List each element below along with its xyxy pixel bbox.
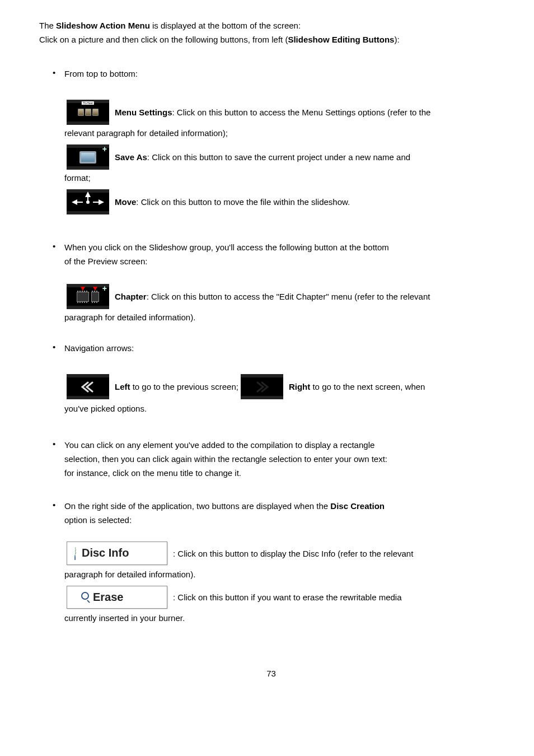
bullet-click-edit: You can click on any element you've adde… bbox=[39, 439, 503, 497]
menu-settings-icon: Tb-Hear bbox=[67, 100, 109, 125]
intro-line-2: Click on a picture and then click on the… bbox=[39, 34, 503, 45]
save-as-icon bbox=[67, 144, 109, 170]
move-icon bbox=[67, 189, 109, 214]
bullet-disc-creation: On the right side of the application, tw… bbox=[39, 500, 503, 624]
page-number: 73 bbox=[39, 669, 503, 678]
bullet-slideshow-group: When you click on the Slideshow group, y… bbox=[39, 241, 503, 339]
disc-info-button[interactable]: Disc Info bbox=[67, 542, 167, 565]
erase-button[interactable]: Erase bbox=[67, 586, 167, 609]
intro-line-1: The Slideshow Action Menu is displayed a… bbox=[39, 20, 503, 31]
nav-right-icon bbox=[241, 374, 283, 399]
nav-left-icon bbox=[67, 374, 109, 399]
chapter-icon bbox=[67, 284, 109, 309]
bullet-top-actions: From top to bottom: Tb-Hear Menu Setting… bbox=[39, 68, 503, 238]
disc-info-icon bbox=[75, 547, 76, 560]
bullet-nav-arrows: Navigation arrows: Left to go to the pre… bbox=[39, 342, 503, 436]
